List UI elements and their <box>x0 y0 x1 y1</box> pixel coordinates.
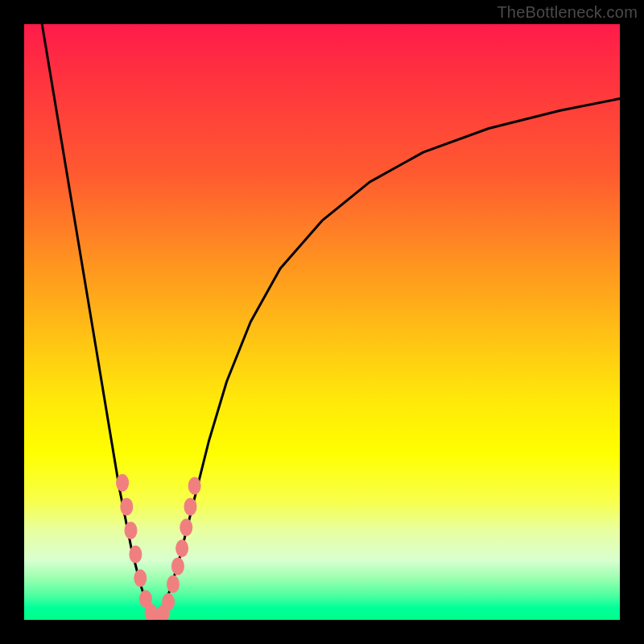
marker-bead <box>162 593 175 611</box>
markers-layer <box>116 474 201 620</box>
marker-bead <box>129 546 142 564</box>
marker-bead <box>120 497 133 515</box>
chart-frame: TheBottleneck.com <box>0 0 644 644</box>
marker-bead <box>124 522 137 539</box>
plot-area <box>24 24 620 620</box>
curve-right-branch <box>155 99 620 621</box>
marker-bead <box>116 474 129 492</box>
marker-bead <box>171 557 184 575</box>
marker-bead <box>184 497 196 515</box>
marker-bead <box>188 477 201 495</box>
marker-bead <box>175 539 188 557</box>
curve-left-branch <box>42 24 155 620</box>
marker-bead <box>134 569 147 587</box>
marker-bead <box>167 576 180 593</box>
curve-layer <box>24 24 620 620</box>
marker-bead <box>180 518 192 536</box>
watermark-text: TheBottleneck.com <box>497 3 638 22</box>
